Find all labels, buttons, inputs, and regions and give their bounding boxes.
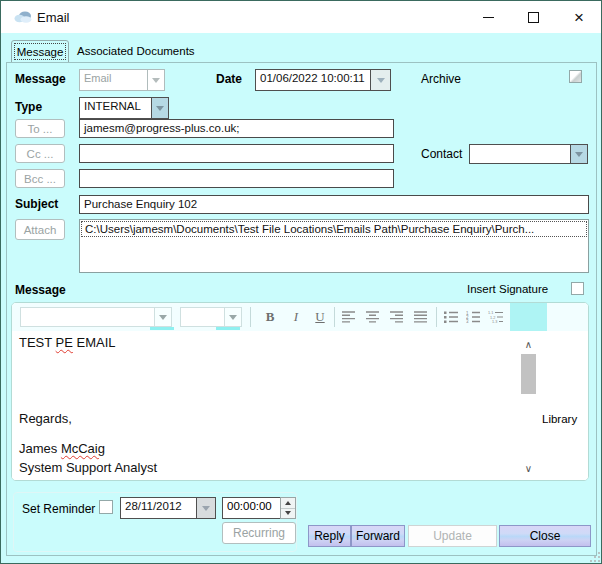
toolbar-highlight-block — [510, 303, 547, 331]
align-right-button[interactable] — [390, 311, 404, 323]
minimize-icon — [483, 17, 494, 18]
editor-toolbar: B I U 123 1.11.21.3 — [12, 303, 588, 331]
font-family-dropdown-icon — [154, 307, 172, 327]
titlebar: Email × — [1, 1, 601, 33]
body-text: TEST — [19, 335, 56, 350]
align-center-icon — [366, 311, 380, 323]
body-text: James — [19, 441, 61, 456]
maximize-icon — [528, 12, 539, 23]
bullet-list-button[interactable] — [444, 311, 459, 323]
cc-input[interactable] — [79, 144, 394, 163]
close-window-button[interactable]: × — [559, 2, 599, 32]
maximize-button[interactable] — [513, 2, 553, 32]
archive-checkbox[interactable] — [569, 70, 582, 83]
font-size-combo[interactable] — [180, 307, 242, 327]
reminder-group: Set Reminder 28/11/2012 00:00:00 Recurri… — [13, 492, 297, 552]
scrollbar-thumb[interactable] — [521, 354, 536, 394]
toolbar-separator — [334, 307, 335, 327]
close-icon: × — [574, 9, 584, 26]
date-combo[interactable]: 01/06/2022 10:00:11 — [255, 69, 391, 91]
to-button[interactable]: To ... — [15, 119, 65, 138]
cc-button[interactable]: Cc ... — [15, 144, 65, 163]
date-label: Date — [216, 72, 242, 86]
to-input[interactable]: jamesm@progress-plus.co.uk; — [79, 119, 394, 138]
message-editor: B I U 123 1.11.21.3 — [11, 302, 589, 481]
type-value: INTERNAL — [79, 97, 151, 119]
close-button[interactable]: Close — [499, 525, 591, 547]
contact-dropdown-icon — [570, 144, 588, 164]
toolbar-separator — [250, 307, 251, 327]
attachment-item[interactable]: C:\Users\jamesm\Documents\Test File Loca… — [81, 221, 587, 237]
multilevel-list-icon: 1.11.21.3 — [488, 311, 504, 323]
editor-text-area[interactable]: TEST PE EMAIL Regards, James McCaig Syst… — [12, 331, 588, 480]
svg-text:1.2: 1.2 — [490, 316, 495, 320]
numbered-list-icon: 123 — [466, 311, 481, 323]
numbered-list-button[interactable]: 123 — [466, 311, 481, 323]
justify-button[interactable] — [414, 311, 428, 323]
tab-associated-documents[interactable]: Associated Documents — [77, 45, 195, 57]
contact-label: Contact — [421, 147, 462, 161]
message-type-dropdown-icon — [147, 69, 165, 91]
svg-text:1.3: 1.3 — [492, 320, 497, 323]
font-family-combo[interactable] — [20, 307, 172, 327]
message-type-combo[interactable]: Email — [79, 69, 165, 91]
editor-line: System Support Analyst — [19, 460, 157, 475]
spin-down-button[interactable] — [281, 509, 295, 519]
set-reminder-label: Set Reminder — [22, 502, 95, 516]
bcc-button[interactable]: Bcc ... — [15, 169, 65, 188]
attachments-list[interactable]: C:\Users\jamesm\Documents\Test File Loca… — [79, 219, 589, 273]
subject-input[interactable]: Purchase Enquiry 102 — [79, 195, 589, 214]
font-combo-highlight — [150, 327, 174, 330]
message-type-value: Email — [79, 69, 147, 91]
email-app-icon — [14, 11, 32, 23]
message-type-label: Message — [15, 72, 66, 86]
type-combo[interactable]: INTERNAL — [79, 97, 169, 119]
email-dialog: Email × Message Associated Documents Mes… — [0, 0, 602, 564]
editor-scrollbar[interactable]: ∧ ∨ — [520, 337, 537, 475]
reply-button[interactable]: Reply — [308, 525, 351, 547]
underline-button[interactable]: U — [308, 307, 332, 327]
size-combo-highlight — [216, 327, 240, 330]
bold-button[interactable]: B — [258, 307, 282, 327]
forward-button[interactable]: Forward — [351, 525, 405, 547]
toolbar-separator — [436, 307, 437, 327]
contact-combo[interactable] — [469, 144, 588, 164]
minimize-button[interactable] — [468, 2, 508, 32]
attach-button[interactable]: Attach — [15, 219, 65, 240]
font-size-value — [180, 307, 224, 327]
align-right-icon — [390, 311, 404, 323]
tab-message[interactable]: Message — [11, 40, 69, 63]
misspelled-word: PE — [56, 335, 73, 350]
type-label: Type — [15, 100, 42, 114]
align-left-button[interactable] — [342, 311, 356, 323]
date-dropdown-icon — [370, 69, 391, 91]
reminder-date-combo[interactable]: 28/11/2012 — [120, 497, 216, 519]
bcc-input[interactable] — [79, 169, 394, 188]
italic-button[interactable]: I — [284, 307, 308, 327]
body-text: EMAIL — [73, 335, 116, 350]
resize-grip-icon[interactable] — [589, 551, 601, 563]
editor-line: TEST PE EMAIL — [19, 335, 116, 350]
set-reminder-checkbox[interactable] — [99, 500, 113, 514]
multilevel-list-button[interactable]: 1.11.21.3 — [488, 311, 504, 323]
reminder-time-spinner[interactable]: 00:00:00 — [222, 497, 296, 519]
bullet-list-icon — [444, 311, 459, 323]
svg-text:1.1: 1.1 — [488, 311, 493, 315]
scroll-down-icon[interactable]: ∨ — [520, 461, 537, 475]
reminder-time-value: 00:00:00 — [222, 497, 280, 519]
align-left-icon — [342, 311, 356, 323]
date-value: 01/06/2022 10:00:11 — [255, 69, 370, 91]
update-button[interactable]: Update — [408, 525, 497, 547]
align-center-button[interactable] — [366, 311, 380, 323]
font-family-value — [20, 307, 154, 327]
window-title: Email — [37, 10, 70, 25]
scroll-up-icon[interactable]: ∧ — [520, 337, 537, 351]
insert-signature-checkbox[interactable] — [571, 282, 584, 295]
recurring-button[interactable]: Recurring — [222, 522, 296, 544]
reminder-date-value: 28/11/2012 — [120, 497, 196, 519]
insert-signature-label: Insert Signature — [467, 283, 548, 295]
message-section-label: Message — [15, 283, 66, 297]
contact-value — [469, 144, 570, 164]
type-dropdown-icon — [151, 97, 169, 119]
spin-up-button[interactable] — [281, 498, 295, 509]
